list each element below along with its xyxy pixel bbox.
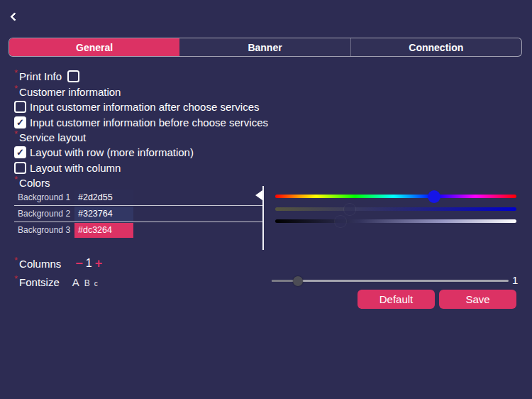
fontsize-slider[interactable] [272,280,509,282]
chevron-left-icon [10,12,19,21]
default-button[interactable]: Default [358,290,435,309]
color-row-label: Background 3 [18,225,74,235]
customer-info-before-label: Input customer information before choose… [30,116,268,129]
customer-info-before-checkbox[interactable]: ✓ [14,116,26,129]
tab-connection[interactable]: Connection [351,38,521,56]
color-row-background-1: Background 1 #2d2d55 [14,189,263,205]
print-info-checkbox[interactable] [67,70,79,82]
color-row-label: Background 2 [18,209,74,219]
customer-information-header: * Customer information [14,84,121,99]
hue-slider[interactable] [275,195,516,198]
columns-plus-button[interactable]: + [94,258,104,269]
customer-info-after-label: Input customer information after choose … [30,101,259,113]
layout-column-option: Layout with column [14,160,121,175]
customer-info-after-row: Input customer information after choose … [14,99,259,114]
color-row-background-2: Background 2 #323764 [14,205,263,222]
color-swatch-background-2[interactable]: #323764 [74,207,133,222]
print-info-row: * Print Info [14,69,79,83]
color-swatch-background-3[interactable]: #dc3264 [74,223,133,238]
saturation-slider[interactable] [275,207,516,211]
color-swatch-background-1[interactable]: #2d2d55 [74,190,133,204]
columns-value: 1 [84,257,94,270]
fontsize-row: * Fontsize A B c [14,275,98,289]
brightness-slider-thumb[interactable] [335,216,346,227]
layout-row-checkbox[interactable]: ✓ [14,146,26,158]
fontsize-label: Fontsize [19,276,60,288]
service-layout-label: Service layout [19,131,86,143]
saturation-slider-thumb[interactable] [344,204,355,215]
fontsize-letter-medium[interactable]: B [84,278,90,288]
colors-header: * Colors [14,175,50,190]
layout-column-checkbox[interactable] [14,162,26,174]
divider-arrow-icon [255,190,262,200]
columns-label: Columns [19,258,61,270]
colors-panel-divider[interactable] [262,186,264,250]
hue-slider-thumb[interactable] [428,190,440,203]
columns-stepper: − 1 + [74,257,104,270]
print-info-label: Print Info [19,70,62,82]
fontsize-slider-value: 1 [512,274,518,286]
color-row-label: Background 1 [18,192,74,202]
customer-information-label: Customer information [19,86,121,98]
layout-column-label: Layout with column [30,162,121,174]
colors-label: Colors [19,177,50,189]
service-layout-header: * Service layout [14,130,86,144]
columns-row: * Columns − 1 + [14,256,104,270]
fontsize-letters: A B c [72,276,98,288]
brightness-slider[interactable] [275,219,516,223]
back-button[interactable] [7,10,23,26]
fontsize-slider-thumb[interactable] [293,276,303,286]
tab-general[interactable]: General [9,38,179,56]
columns-minus-button[interactable]: − [74,258,84,269]
layout-row-option: ✓ Layout with row (more information) [14,145,194,159]
color-row-background-3: Background 3 #dc3264 [14,222,263,238]
layout-row-label: Layout with row (more information) [30,146,194,158]
settings-tabbar: General Banner Connection [9,38,522,57]
colors-table: Background 1 #2d2d55 Background 2 #32376… [14,189,263,238]
customer-info-before-row: ✓ Input customer information before choo… [14,115,268,129]
customer-info-after-checkbox[interactable] [14,101,26,113]
tab-banner[interactable]: Banner [179,38,350,56]
fontsize-letter-large[interactable]: A [72,276,79,288]
save-button[interactable]: Save [439,290,516,309]
fontsize-letter-small[interactable]: c [94,280,98,288]
